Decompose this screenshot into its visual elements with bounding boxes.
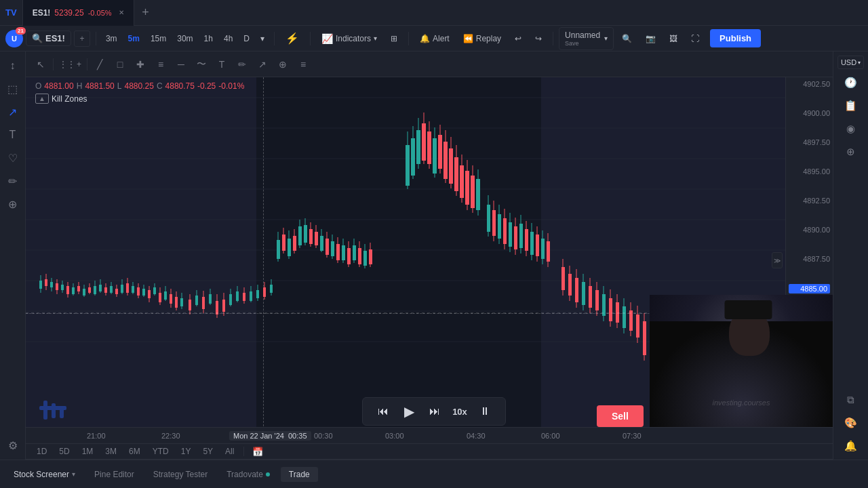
sidebar-draw-icon[interactable]: ✏ — [3, 171, 23, 191]
indicators-dropdown-icon: ▾ — [374, 35, 377, 42]
bottom-timeframe-bar: 1D 5D 1M 3M 6M YTD 1Y 5Y All 📅 — [26, 443, 833, 460]
replay-skip-back[interactable]: ⏮ — [374, 402, 393, 421]
tab-close[interactable]: ✕ — [119, 9, 124, 16]
ohlc-open-label: O — [35, 81, 41, 91]
templates-button[interactable]: ⊞ — [385, 31, 403, 46]
wave-tool[interactable]: 〜 — [192, 55, 211, 74]
redo-button[interactable]: ↪ — [530, 31, 547, 46]
right-add-icon[interactable]: ⊕ — [840, 142, 863, 161]
tab-tradovate[interactable]: Tradovate — [218, 467, 278, 482]
timeframe-4h[interactable]: 4h — [220, 32, 237, 45]
timeframe-15m[interactable]: 15m — [146, 32, 170, 45]
webcam-overlay: investing.courses — [650, 295, 833, 427]
replay-button[interactable]: ⏪ Replay — [458, 31, 507, 46]
bottom-tf-ytd[interactable]: YTD — [147, 444, 174, 459]
bottom-tf-6m[interactable]: 6M — [123, 444, 146, 459]
indicator-collapse-btn[interactable]: ▲ Kill Zones — [35, 94, 87, 104]
replay-label: Replay — [476, 34, 501, 43]
bottom-tf-all[interactable]: All — [220, 444, 239, 459]
tab-change: -0.05% — [88, 9, 112, 17]
publish-button[interactable]: Publish — [710, 29, 761, 47]
stock-screener-dropdown[interactable]: ▾ — [72, 470, 75, 478]
horiz-line-tool[interactable]: ─ — [172, 55, 191, 74]
replay-pause-end[interactable]: ⏸ — [475, 402, 494, 421]
alert-button[interactable]: 🔔 Alert — [414, 31, 455, 46]
right-paint-icon[interactable]: 🎨 — [840, 413, 863, 432]
replay-speed-label: 10x — [450, 407, 470, 417]
bottom-tf-1y[interactable]: 1Y — [176, 444, 197, 459]
circle-tool[interactable]: ⊕ — [273, 55, 292, 74]
sidebar-settings-icon[interactable]: ⚙ — [3, 435, 23, 455]
sidebar-chart-icon[interactable]: ⬚ — [3, 79, 23, 99]
timeframe-3m[interactable]: 3m — [102, 32, 121, 45]
right-clock-icon[interactable]: 🕐 — [840, 73, 863, 92]
cursor-tool[interactable]: ↖ — [31, 55, 50, 74]
price-4897: 4897.50 — [789, 138, 830, 146]
svg-rect-211 — [60, 407, 64, 418]
toolbar-sep-3 — [310, 32, 311, 45]
alert-icon: 🔔 — [420, 34, 430, 43]
calendar-icon-btn[interactable]: 📅 — [248, 445, 267, 458]
timeframe-5m[interactable]: 5m — [124, 32, 144, 45]
camera-button[interactable]: 📷 — [640, 31, 661, 46]
chart-tab[interactable]: ES1! 5239.25 -0.05% ✕ — [22, 0, 134, 26]
chart-expand-btn[interactable]: ≫ — [772, 252, 783, 268]
bottom-tf-3m[interactable]: 3M — [100, 444, 122, 459]
replay-play-btn[interactable]: ▶ — [398, 401, 420, 422]
add-tab-button[interactable]: + — [134, 0, 157, 26]
timeframe-30m[interactable]: 30m — [173, 32, 197, 45]
timeframe-1h[interactable]: 1h — [200, 32, 217, 45]
svg-rect-210 — [52, 403, 56, 418]
price-4895: 4895.00 — [789, 167, 830, 176]
sell-button[interactable]: Sell — [597, 405, 644, 427]
right-watchlist-icon[interactable]: 📋 — [840, 96, 863, 115]
tab-price: 5239.25 — [54, 8, 83, 18]
bottom-tf-5d[interactable]: 5D — [54, 444, 75, 459]
text-tool[interactable]: T — [212, 55, 231, 74]
settings-tool[interactable]: ≡ — [294, 55, 313, 74]
ohlc-high-value: 4881.50 — [85, 81, 114, 91]
tab-stock-screener[interactable]: Stock Screener ▾ — [5, 467, 83, 482]
timeframe-dropdown[interactable]: ▾ — [256, 32, 269, 45]
indicator-name: Kill Zones — [52, 94, 87, 104]
right-data-icon[interactable]: ◉ — [840, 119, 863, 138]
bottom-tf-1m[interactable]: 1M — [77, 444, 99, 459]
timeframe-d[interactable]: D — [239, 32, 254, 45]
crosshair-widget[interactable]: ⋮⋮ + — [56, 58, 84, 70]
search-button[interactable]: 🔍 — [616, 31, 637, 46]
sidebar-trend-icon[interactable]: ↗ — [3, 102, 23, 122]
add-symbol-button[interactable]: + — [74, 30, 90, 47]
tab-strategy-tester[interactable]: Strategy Tester — [145, 467, 216, 482]
undo-button[interactable]: ↩ — [509, 31, 527, 46]
tab-trade[interactable]: Trade — [281, 467, 318, 482]
crosshair-tool[interactable]: ✚ — [131, 55, 150, 74]
sidebar-measure-icon[interactable]: ⊕ — [3, 194, 23, 214]
screenshot-button[interactable]: 🖼 — [664, 31, 683, 46]
arrow-tool[interactable]: ↗ — [253, 55, 272, 74]
chart-type-button[interactable]: ⚡ — [280, 29, 304, 47]
currency-selector[interactable]: USD ▾ — [837, 56, 864, 69]
brush-tool[interactable]: ✏ — [233, 55, 252, 74]
bottom-tf-5y[interactable]: 5Y — [197, 444, 218, 459]
notification-badge: 21 — [16, 27, 26, 35]
bottom-tf-1d[interactable]: 1D — [31, 444, 52, 459]
symbol-search[interactable]: 🔍 ES1! — [26, 30, 71, 46]
multi-line-tool[interactable]: ≡ — [151, 55, 170, 74]
line-tool[interactable]: ╱ — [90, 55, 109, 74]
symbol-label: ES1! — [45, 33, 65, 43]
right-layers-icon[interactable]: ⧉ — [840, 390, 863, 409]
sidebar-text-icon[interactable]: T — [3, 125, 23, 145]
ohlc-open-value: 4881.00 — [44, 81, 73, 91]
replay-step-forward[interactable]: ⏭ — [425, 402, 444, 421]
ohlc-high-label: H — [77, 81, 83, 91]
indicators-button[interactable]: 📈 Indicators ▾ — [316, 30, 382, 47]
rect-tool[interactable]: □ — [111, 55, 130, 74]
right-alert-icon[interactable]: 🔔 — [840, 436, 863, 455]
sidebar-arrows-icon[interactable]: ↕ — [3, 56, 23, 76]
fullscreen-button[interactable]: ⛶ — [686, 31, 705, 46]
user-avatar[interactable]: U 21 — [5, 30, 23, 47]
sidebar-fav-icon[interactable]: ♡ — [3, 148, 23, 168]
tab-pine-editor[interactable]: Pine Editor — [86, 467, 142, 482]
toolbar-sep-1 — [96, 32, 96, 45]
layout-name-button[interactable]: Unnamed Save ▾ — [559, 27, 614, 50]
